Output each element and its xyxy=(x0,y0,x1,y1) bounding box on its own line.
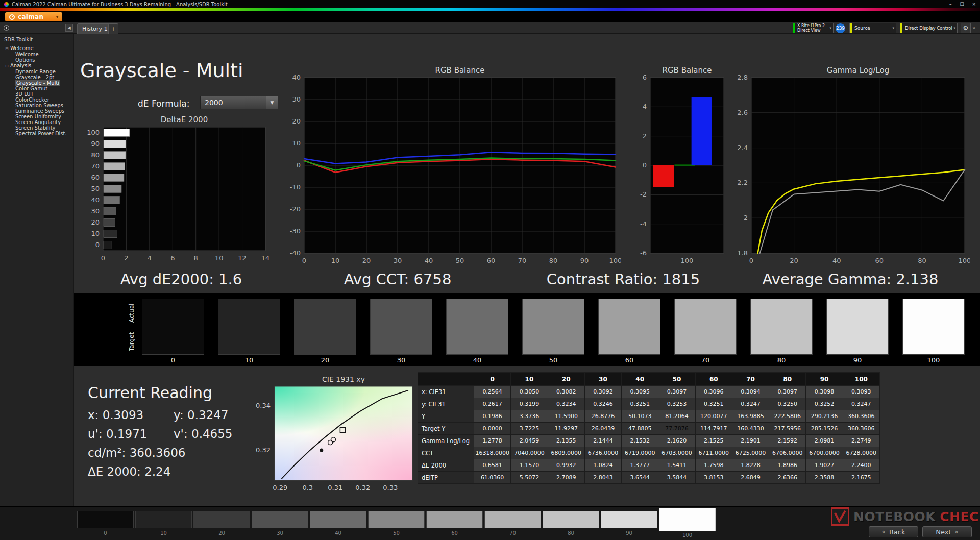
cell-target-y-30[interactable]: 26.0439 xyxy=(584,423,621,435)
cell-e-2000-90[interactable]: 1.9027 xyxy=(806,459,843,472)
cell-deitp-90[interactable]: 2.3588 xyxy=(806,472,843,484)
cell-y-cie31-100[interactable]: 0.3247 xyxy=(843,398,879,410)
cell-y-cie31-70[interactable]: 0.3247 xyxy=(732,398,769,410)
sidebar-item-screen-angularity[interactable]: Screen Angularity xyxy=(0,119,74,125)
cell-y-cie31-40[interactable]: 0.3251 xyxy=(622,398,658,410)
cell-e-2000-60[interactable]: 1.7598 xyxy=(695,459,732,472)
table-col-header-50[interactable]: 50 xyxy=(658,373,695,386)
minimize-button[interactable]: – xyxy=(949,2,952,7)
tree-node-welcome[interactable]: ⊟Welcome xyxy=(0,45,74,52)
cell-cct-30[interactable]: 6736.0000 xyxy=(584,447,621,459)
cell-cct-90[interactable]: 6700.0000 xyxy=(806,447,843,459)
cell-target-y-100[interactable]: 360.3606 xyxy=(843,423,879,435)
table-col-header-20[interactable]: 20 xyxy=(548,373,584,386)
cell-deitp-50[interactable]: 3.5844 xyxy=(658,472,695,484)
cell-y-cie31-20[interactable]: 0.3234 xyxy=(548,398,584,410)
sidebar-item-saturation-sweeps[interactable]: Saturation Sweeps xyxy=(0,103,74,108)
cell-e-2000-80[interactable]: 1.8986 xyxy=(769,459,806,472)
pattern-swatch-80[interactable] xyxy=(543,511,599,528)
cell-x-cie31-60[interactable]: 0.3096 xyxy=(695,386,732,398)
pattern-swatch-70[interactable] xyxy=(484,511,541,528)
settings-button[interactable]: ⚙ xyxy=(961,23,971,33)
sidebar-item-colorchecker[interactable]: ColorChecker xyxy=(0,97,74,103)
cell-e-2000-0[interactable]: 0.6581 xyxy=(474,459,511,472)
cell-e-2000-10[interactable]: 1.1570 xyxy=(511,459,548,472)
tab-history-1[interactable]: History 1 xyxy=(77,23,113,34)
cell-deitp-70[interactable]: 2.6849 xyxy=(732,472,769,484)
cell-y-100[interactable]: 360.3606 xyxy=(843,410,879,423)
cell-x-cie31-80[interactable]: 0.3097 xyxy=(769,386,806,398)
cell-deitp-60[interactable]: 3.8153 xyxy=(695,472,732,484)
cell-cct-70[interactable]: 6725.0000 xyxy=(732,447,769,459)
cell-deitp-20[interactable]: 2.7089 xyxy=(548,472,584,484)
cell-cct-0[interactable]: 16318.0000 xyxy=(474,447,511,459)
cell-gamma-log-log-80[interactable]: 2.1592 xyxy=(769,435,806,447)
cell-x-cie31-100[interactable]: 0.3093 xyxy=(843,386,879,398)
sidebar-item-luminance-sweeps[interactable]: Luminance Sweeps xyxy=(0,108,74,114)
table-col-header-30[interactable]: 30 xyxy=(584,373,621,386)
cell-gamma-log-log-70[interactable]: 2.1901 xyxy=(732,435,769,447)
cell-cct-80[interactable]: 6706.0000 xyxy=(769,447,806,459)
cell-y-cie31-10[interactable]: 0.3199 xyxy=(511,398,548,410)
chevron-right-icon[interactable]: » xyxy=(972,24,976,31)
cell-deitp-40[interactable]: 3.6544 xyxy=(622,472,658,484)
measurement-table[interactable]: 0102030405060708090100x: CIE310.25640.30… xyxy=(418,372,880,484)
cell-cct-10[interactable]: 7040.0000 xyxy=(511,447,548,459)
cell-y-50[interactable]: 81.2064 xyxy=(658,410,695,423)
sidebar-item-grayscale-multi[interactable]: Grayscale - Multi xyxy=(0,80,74,86)
sidebar-item-screen-stability[interactable]: Screen Stability xyxy=(0,125,74,131)
meter-selector[interactable]: X-Rite i1Pro 2 Direct View ▾ xyxy=(793,23,834,33)
cell-target-y-20[interactable]: 11.9297 xyxy=(548,423,584,435)
add-tab-button[interactable]: + xyxy=(108,23,118,34)
pattern-swatch-60[interactable] xyxy=(426,511,483,528)
table-col-header-90[interactable]: 90 xyxy=(806,373,843,386)
cell-deitp-30[interactable]: 2.8043 xyxy=(584,472,621,484)
cell-e-2000-70[interactable]: 1.8228 xyxy=(732,459,769,472)
table-col-header-60[interactable]: 60 xyxy=(695,373,732,386)
pattern-swatch-20[interactable] xyxy=(193,511,250,528)
sidebar-item-options[interactable]: Options xyxy=(0,57,74,63)
tree-node-analysis[interactable]: ⊟Analysis xyxy=(0,63,74,69)
table-col-header-70[interactable]: 70 xyxy=(732,373,769,386)
table-col-header-40[interactable]: 40 xyxy=(622,373,658,386)
cell-y-30[interactable]: 26.8776 xyxy=(584,410,621,423)
cell-y-cie31-80[interactable]: 0.3250 xyxy=(769,398,806,410)
cell-y-cie31-50[interactable]: 0.3253 xyxy=(658,398,695,410)
pattern-swatch-30[interactable] xyxy=(252,511,308,528)
cell-deitp-80[interactable]: 2.6366 xyxy=(769,472,806,484)
cell-deitp-100[interactable]: 2.1675 xyxy=(843,472,879,484)
next-button[interactable]: Next » xyxy=(922,526,972,537)
cell-gamma-log-log-30[interactable]: 2.1444 xyxy=(584,435,621,447)
cell-y-70[interactable]: 163.9885 xyxy=(732,410,769,423)
cell-x-cie31-90[interactable]: 0.3098 xyxy=(806,386,843,398)
sidebar-item-screen-uniformity[interactable]: Screen Uniformity xyxy=(0,114,74,119)
cell-cct-50[interactable]: 6703.0000 xyxy=(658,447,695,459)
cell-gamma-log-log-10[interactable]: 2.0459 xyxy=(511,435,548,447)
sidebar-item-welcome[interactable]: Welcome xyxy=(0,52,74,57)
cell-y-cie31-90[interactable]: 0.3252 xyxy=(806,398,843,410)
cell-target-y-50[interactable]: 77.7876 xyxy=(658,423,695,435)
collapse-icon[interactable]: ⊟ xyxy=(5,46,10,52)
cell-x-cie31-0[interactable]: 0.2564 xyxy=(474,386,511,398)
calman-menu-button[interactable]: calman ▾ xyxy=(5,12,62,21)
cell-gamma-log-log-60[interactable]: 2.1525 xyxy=(695,435,732,447)
maximize-button[interactable]: ☐ xyxy=(960,2,964,7)
cell-x-cie31-30[interactable]: 0.3092 xyxy=(584,386,621,398)
cell-e-2000-40[interactable]: 1.3777 xyxy=(622,459,658,472)
cell-cct-40[interactable]: 6719.0000 xyxy=(622,447,658,459)
sidebar-item-color-gamut[interactable]: Color Gamut xyxy=(0,86,74,91)
cell-gamma-log-log-50[interactable]: 2.1620 xyxy=(658,435,695,447)
cell-target-y-80[interactable]: 217.5956 xyxy=(769,423,806,435)
cell-x-cie31-50[interactable]: 0.3097 xyxy=(658,386,695,398)
cell-x-cie31-40[interactable]: 0.3095 xyxy=(622,386,658,398)
sidebar-item-grayscale-2pt[interactable]: Grayscale - 2pt xyxy=(0,75,74,80)
cell-y-90[interactable]: 290.2136 xyxy=(806,410,843,423)
table-col-header-10[interactable]: 10 xyxy=(511,373,548,386)
cell-y-20[interactable]: 11.5900 xyxy=(548,410,584,423)
cell-e-2000-50[interactable]: 1.5411 xyxy=(658,459,695,472)
display-control-selector[interactable]: Direct Display Control ▾ xyxy=(900,23,958,33)
table-col-header-0[interactable]: 0 xyxy=(474,373,511,386)
cell-gamma-log-log-90[interactable]: 2.0981 xyxy=(806,435,843,447)
pattern-swatch-10[interactable] xyxy=(135,511,192,528)
cell-gamma-log-log-20[interactable]: 2.1355 xyxy=(548,435,584,447)
